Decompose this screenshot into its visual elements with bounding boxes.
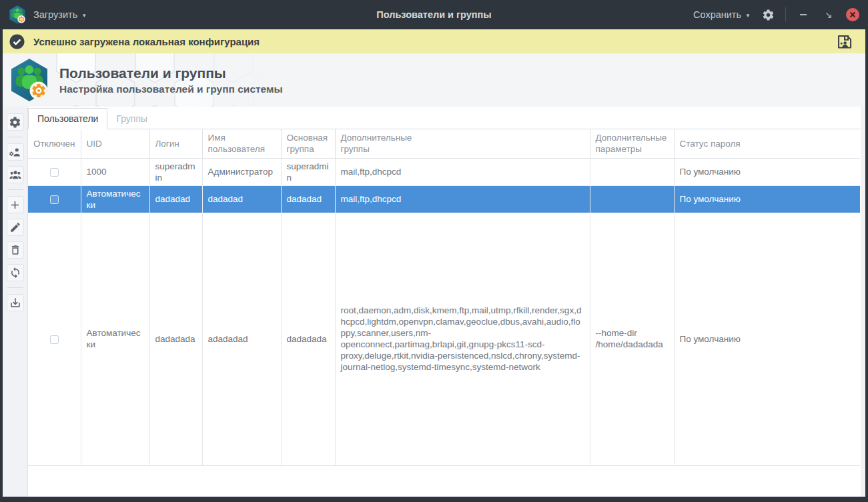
content-panel: Пользователи Группы Отключен UID Логин И…: [28, 107, 861, 497]
users-table: Отключен UID Логин Имя пользователя Осно…: [28, 129, 860, 466]
toolbar-separator: [7, 189, 23, 190]
add-button[interactable]: [7, 196, 24, 213]
notification-bar: Успешно загружена локальная конфигурация: [3, 29, 865, 53]
cell-uid: Автоматически: [81, 185, 149, 213]
cell-primary-group: dadadad: [281, 185, 335, 213]
tab-groups[interactable]: Группы: [107, 109, 156, 129]
titlebar: Загрузить ▼ Пользователи и группы Сохран…: [0, 0, 868, 29]
column-header-primary-group[interactable]: Основная группа: [281, 129, 335, 158]
tab-users[interactable]: Пользователи: [28, 108, 107, 129]
cell-uid: 1000: [81, 158, 149, 185]
column-header-disabled[interactable]: Отключен: [28, 129, 81, 158]
app-icon: [8, 5, 27, 25]
cell-login: superadmin: [149, 158, 202, 185]
cell-extra-params: [590, 185, 674, 213]
app-window: Загрузить ▼ Пользователи и группы Сохран…: [0, 0, 868, 502]
tab-bar: Пользователи Группы: [28, 107, 861, 129]
cell-username: adadadad: [202, 213, 281, 466]
table-row[interactable]: 1000 superadmin Администратор superadmin…: [28, 158, 860, 185]
column-header-login[interactable]: Логин: [149, 129, 202, 158]
delete-button[interactable]: [7, 241, 24, 259]
toolbar-separator: [7, 287, 23, 288]
titlebar-divider: [785, 7, 786, 22]
close-button[interactable]: [845, 7, 860, 22]
main-area: Пользователи Группы Отключен UID Логин И…: [3, 107, 865, 497]
cell-primary-group: superadmin: [281, 158, 335, 185]
cell-extra-groups: mail,ftp,dhcpcd: [335, 158, 590, 185]
cell-password-status: По умолчанию: [674, 158, 860, 185]
settings-gear-button[interactable]: [761, 7, 775, 22]
column-header-extra-groups[interactable]: Дополнительные группы: [335, 129, 590, 158]
left-toolbar: [3, 107, 28, 497]
edit-button[interactable]: [7, 219, 24, 236]
cell-extra-groups: root,daemon,adm,disk,kmem,ftp,mail,utmp,…: [335, 213, 590, 466]
right-edge-strip: [861, 107, 865, 497]
table-header: Отключен UID Логин Имя пользователя Осно…: [28, 129, 860, 158]
restore-button[interactable]: [821, 7, 835, 22]
chevron-down-icon: ▼: [81, 13, 87, 19]
save-local-config-button[interactable]: [835, 33, 853, 51]
cell-login: dadadad: [149, 185, 202, 213]
page-header: Пользователи и группы Настройка пользова…: [3, 53, 865, 107]
table-row-selected[interactable]: Автоматически dadadad dadadad dadadad ma…: [28, 185, 860, 213]
page-subtitle: Настройка пользователей и групп системы: [59, 83, 283, 95]
row-disabled-checkbox[interactable]: [50, 168, 59, 177]
users-groups-button[interactable]: [7, 166, 24, 183]
download-button[interactable]: [7, 294, 24, 311]
column-header-password-status[interactable]: Статус пароля: [674, 129, 860, 158]
preferences-button[interactable]: [7, 113, 24, 131]
load-dropdown-button[interactable]: Загрузить ▼: [33, 9, 87, 20]
save-dropdown-button[interactable]: Сохранить ▼: [693, 9, 751, 20]
cell-extra-params: [590, 158, 674, 185]
chevron-down-icon: ▼: [745, 13, 751, 19]
toolbar-separator: [7, 137, 23, 137]
notification-message: Успешно загружена локальная конфигурация: [33, 36, 260, 47]
save-dropdown-label: Сохранить: [693, 9, 741, 20]
success-check-icon: [9, 34, 25, 49]
cell-primary-group: dadadada: [281, 213, 335, 466]
user-settings-button[interactable]: [7, 143, 24, 161]
cell-uid: Автоматически: [81, 213, 149, 466]
row-disabled-checkbox[interactable]: [50, 335, 59, 344]
cell-extra-params: --home-dir /home/dadadada: [590, 213, 674, 466]
load-dropdown-label: Загрузить: [33, 9, 77, 20]
cell-extra-groups: mail,ftp,dhcpcd: [335, 185, 590, 213]
column-header-extra-params[interactable]: Дополнительные параметры: [590, 129, 674, 158]
cell-password-status: По умолчанию: [674, 185, 860, 213]
app-icon-large: [8, 57, 51, 103]
refresh-button[interactable]: [7, 264, 24, 281]
minimize-button[interactable]: [796, 7, 811, 22]
page-title: Пользователи и группы: [59, 65, 283, 81]
cell-username: Администратор: [202, 158, 281, 185]
cell-login: dadadada: [149, 213, 202, 466]
cell-password-status: По умолчанию: [674, 213, 860, 466]
cell-username: dadadad: [202, 185, 281, 213]
column-header-username[interactable]: Имя пользователя: [202, 129, 281, 158]
column-header-uid[interactable]: UID: [81, 129, 149, 158]
row-disabled-checkbox[interactable]: [50, 195, 59, 204]
table-row[interactable]: Автоматически dadadada adadadad dadadada…: [28, 213, 860, 466]
